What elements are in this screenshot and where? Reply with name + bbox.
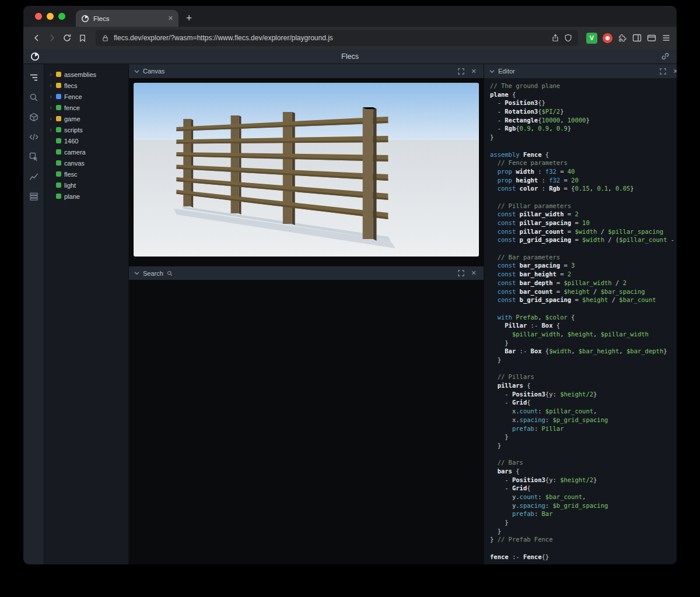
code-line: } <box>490 518 677 527</box>
extension-v-button[interactable]: V <box>586 33 597 44</box>
tree-item-canvas[interactable]: canvas <box>44 157 128 168</box>
code-line: } <box>490 133 677 142</box>
url-bar[interactable]: flecs.dev/explorer/?wasm=https://www.fle… <box>96 30 578 46</box>
expand-arrow-icon[interactable]: › <box>48 93 53 100</box>
rail-script-button[interactable] <box>27 130 41 144</box>
chevron-down-icon[interactable] <box>134 69 139 73</box>
search-fullscreen-button[interactable] <box>456 269 466 278</box>
tree-item-flecs[interactable]: ›flecs <box>44 80 128 91</box>
code-line <box>490 244 677 253</box>
entity-label: Fence <box>64 93 82 100</box>
hierarchy-icon <box>29 73 38 82</box>
shield-button[interactable] <box>564 34 572 42</box>
fence-render <box>134 83 479 257</box>
reload-button[interactable] <box>60 30 75 45</box>
tree-item-plane[interactable]: plane <box>44 191 128 202</box>
traffic-lights <box>23 13 76 20</box>
3d-viewport[interactable] <box>134 83 479 257</box>
canvas-fullscreen-button[interactable] <box>456 66 466 76</box>
new-tab-button[interactable]: + <box>181 10 197 26</box>
tree-item-scripts[interactable]: ›scripts <box>44 124 128 135</box>
sidebar-icon <box>632 33 642 43</box>
search-icon <box>167 271 173 276</box>
tree-item-assemblies[interactable]: ›assemblies <box>44 69 128 80</box>
expand-arrow-icon[interactable]: › <box>48 127 53 133</box>
code-line: x.spacing: $p_grid_spacing <box>490 416 677 424</box>
entity-tree: ›assemblies›flecs›Fence›fence›game›scrip… <box>44 64 129 564</box>
shield-icon <box>564 34 572 42</box>
entity-label: assemblies <box>64 71 96 78</box>
rail-tree-button[interactable] <box>27 71 41 85</box>
search-close-button[interactable]: ✕ <box>469 269 478 278</box>
wallet-button[interactable] <box>647 33 656 43</box>
editor-fullscreen-button[interactable] <box>658 66 667 76</box>
code-editor[interactable]: // The ground planeplane { - Position3{}… <box>484 78 677 564</box>
fullscreen-icon <box>458 270 464 276</box>
expand-arrow-icon[interactable]: › <box>48 104 53 111</box>
tree-item-light[interactable]: light <box>44 180 128 191</box>
entity-color-icon <box>56 116 61 121</box>
chevron-down-icon[interactable] <box>489 69 495 73</box>
tab-close-button[interactable]: ✕ <box>168 15 173 22</box>
code-line: const pillar_count = $width / $pillar_sp… <box>490 227 677 236</box>
entity-color-icon <box>56 83 61 88</box>
canvas-close-button[interactable]: ✕ <box>469 66 478 76</box>
expand-arrow-icon[interactable]: › <box>48 115 53 122</box>
entity-label: game <box>64 115 80 122</box>
window-close-button[interactable] <box>35 13 42 20</box>
rail-entities-button[interactable] <box>27 110 41 124</box>
rail-search-button[interactable] <box>27 90 41 104</box>
bookmark-button[interactable] <box>75 30 90 45</box>
menu-button[interactable] <box>662 33 671 43</box>
tree-item-camera[interactable]: camera <box>44 146 128 157</box>
editor-close-button[interactable]: ✕ <box>671 66 677 76</box>
code-line: } <box>490 441 677 450</box>
tree-item-1460[interactable]: 1460 <box>44 135 128 146</box>
tree-item-Fence[interactable]: ›Fence <box>44 91 128 102</box>
entity-label: fence <box>64 104 80 111</box>
rail-stats-button[interactable] <box>27 170 41 184</box>
code-line: y.count: $bar_count, <box>490 493 677 501</box>
code-line: plane { <box>490 90 677 99</box>
extension-area: V <box>584 33 671 44</box>
code-line: assembly Fence { <box>490 150 677 159</box>
hamburger-menu-icon <box>662 33 671 43</box>
extension-record-button[interactable] <box>603 33 612 43</box>
entity-color-icon <box>56 182 61 188</box>
tree-item-game[interactable]: ›game <box>44 113 128 124</box>
chevron-down-icon[interactable] <box>134 271 139 275</box>
extensions-button[interactable] <box>618 33 627 43</box>
forward-button[interactable] <box>44 30 60 45</box>
tree-item-fence[interactable]: ›fence <box>44 102 128 113</box>
entity-color-icon <box>56 105 61 110</box>
sidebar-toggle-button[interactable] <box>632 33 642 43</box>
entity-color-icon <box>56 72 61 77</box>
rail-inspect-button[interactable] <box>27 150 41 164</box>
share-icon <box>551 34 559 42</box>
entity-label: plane <box>64 193 80 200</box>
permalink-button[interactable] <box>661 52 670 61</box>
share-button[interactable] <box>551 34 559 42</box>
expand-arrow-icon[interactable]: › <box>48 82 53 89</box>
tree-item-flesc[interactable]: flesc <box>44 168 128 180</box>
flecs-logo-icon <box>30 52 40 61</box>
cube-icon <box>29 113 38 122</box>
code-line: const bar_spacing = 3 <box>490 261 677 270</box>
back-button[interactable] <box>29 30 44 45</box>
editor-panel: Editor ✕ // The ground planeplane { - Po… <box>484 64 677 564</box>
browser-toolbar: flecs.dev/explorer/?wasm=https://www.fle… <box>23 27 677 49</box>
expand-arrow-icon[interactable]: › <box>48 71 53 78</box>
entity-label: flesc <box>64 171 78 178</box>
window-zoom-button[interactable] <box>58 13 65 20</box>
rail-memory-button[interactable] <box>27 189 41 203</box>
window-minimize-button[interactable] <box>47 13 54 20</box>
bookmark-icon <box>78 34 87 43</box>
page-title: Flecs <box>23 52 677 61</box>
code-line: prop height : f32 = 20 <box>490 176 677 185</box>
search-panel-header: Search ✕ <box>129 266 484 280</box>
code-line: // Bars <box>490 458 677 467</box>
entity-label: 1460 <box>64 138 78 145</box>
browser-tab[interactable]: Flecs ✕ <box>76 10 178 27</box>
code-line: Pillar :- Box { <box>490 321 677 330</box>
puzzle-icon <box>618 33 627 43</box>
